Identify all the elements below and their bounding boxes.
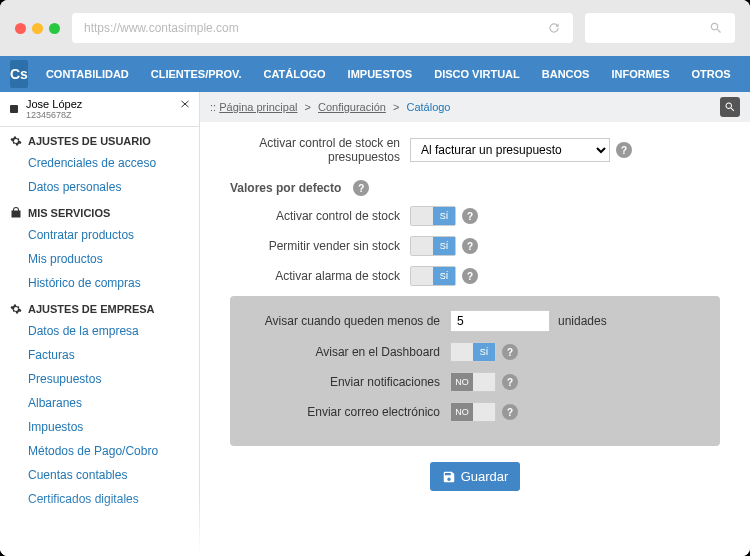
sidebar-item-historico[interactable]: Histórico de compras <box>0 271 199 295</box>
svg-rect-0 <box>10 105 18 113</box>
nav-impuestos[interactable]: IMPUESTOS <box>340 68 421 80</box>
label-avisar-dashboard: Avisar en el Dashboard <box>250 345 450 359</box>
browser-chrome: https://www.contasimple.com <box>0 0 750 56</box>
toggle-alarma-stock[interactable]: SÍ <box>410 266 456 286</box>
gear-icon <box>10 303 22 315</box>
sidebar-item-mis-productos[interactable]: Mis productos <box>0 247 199 271</box>
url-text: https://www.contasimple.com <box>84 21 239 35</box>
search-icon <box>709 21 723 35</box>
nav-bancos[interactable]: BANCOS <box>534 68 598 80</box>
sidebar-item-certificados[interactable]: Certificados digitales <box>0 487 199 511</box>
toggle-notificaciones[interactable]: NO <box>450 372 496 392</box>
input-threshold[interactable] <box>450 310 550 332</box>
top-navbar: Cs CONTABILIDAD CLIENTES/PROV. CATÁLOGO … <box>0 56 750 92</box>
help-icon[interactable]: ? <box>502 404 518 420</box>
units-label: unidades <box>558 314 607 328</box>
label-stock-presupuestos: Activar control de stock en presupuestos <box>230 136 410 164</box>
user-name: Jose López <box>26 98 191 110</box>
section-ajustes-usuario: AJUSTES DE USUARIO <box>0 127 199 151</box>
user-icon <box>8 103 20 115</box>
url-bar[interactable]: https://www.contasimple.com <box>72 13 573 43</box>
sidebar-item-contratar[interactable]: Contratar productos <box>0 223 199 247</box>
search-icon <box>724 101 736 113</box>
breadcrumb-config[interactable]: Configuración <box>318 101 386 113</box>
search-button[interactable] <box>720 97 740 117</box>
help-icon[interactable]: ? <box>502 344 518 360</box>
search-bar[interactable] <box>585 13 735 43</box>
alarm-settings-box: Avisar cuando queden menos de unidades A… <box>230 296 720 446</box>
help-icon[interactable]: ? <box>616 142 632 158</box>
user-id: 12345678Z <box>26 110 191 120</box>
nav-contabilidad[interactable]: CONTABILIDAD <box>38 68 137 80</box>
window-controls <box>15 23 60 34</box>
sidebar-item-datos-personales[interactable]: Datos personales <box>0 175 199 199</box>
breadcrumb: :: Página principal > Configuración > Ca… <box>200 92 750 122</box>
label-alarma-stock: Activar alarma de stock <box>230 269 410 283</box>
minimize-dot[interactable] <box>32 23 43 34</box>
toggle-dashboard[interactable]: SÍ <box>450 342 496 362</box>
section-ajustes-empresa: AJUSTES DE EMPRESA <box>0 295 199 319</box>
section-mis-servicios: MIS SERVICIOS <box>0 199 199 223</box>
label-notificaciones: Enviar notificaciones <box>250 375 450 389</box>
label-avisar-menos-de: Avisar cuando queden menos de <box>250 314 450 328</box>
sidebar: Jose López 12345678Z AJUSTES DE USUARIO … <box>0 92 200 556</box>
help-icon[interactable]: ? <box>353 180 369 196</box>
content: Activar control de stock en presupuestos… <box>200 122 750 556</box>
section-valores-defecto: Valores por defecto ? <box>230 180 720 196</box>
help-icon[interactable]: ? <box>462 238 478 254</box>
nav-disco[interactable]: DISCO VIRTUAL <box>426 68 528 80</box>
toggle-correo[interactable]: NO <box>450 402 496 422</box>
breadcrumb-home[interactable]: Página principal <box>219 101 297 113</box>
collapse-icon[interactable] <box>179 98 191 110</box>
sidebar-item-credenciales[interactable]: Credenciales de acceso <box>0 151 199 175</box>
sidebar-item-metodos-pago[interactable]: Métodos de Pago/Cobro <box>0 439 199 463</box>
nav-catalogo[interactable]: CATÁLOGO <box>255 68 333 80</box>
help-icon[interactable]: ? <box>502 374 518 390</box>
sidebar-item-facturas[interactable]: Facturas <box>0 343 199 367</box>
nav-informes[interactable]: INFORMES <box>603 68 677 80</box>
sidebar-item-albaranes[interactable]: Albaranes <box>0 391 199 415</box>
close-dot[interactable] <box>15 23 26 34</box>
logo[interactable]: Cs <box>10 60 28 88</box>
breadcrumb-current: Catálogo <box>406 101 450 113</box>
sidebar-item-impuestos[interactable]: Impuestos <box>0 415 199 439</box>
select-facturar-presupuesto[interactable]: Al facturar un presupuesto <box>410 138 610 162</box>
label-correo: Enviar correo electrónico <box>250 405 450 419</box>
toggle-vender-sin-stock[interactable]: SÍ <box>410 236 456 256</box>
nav-clientes[interactable]: CLIENTES/PROV. <box>143 68 250 80</box>
help-icon[interactable]: ? <box>462 268 478 284</box>
bag-icon <box>10 207 22 219</box>
toggle-activar-stock[interactable]: SÍ <box>410 206 456 226</box>
nav-otros[interactable]: OTROS <box>684 68 739 80</box>
user-box[interactable]: Jose López 12345678Z <box>0 92 199 127</box>
help-icon[interactable]: ? <box>462 208 478 224</box>
sidebar-item-cuentas[interactable]: Cuentas contables <box>0 463 199 487</box>
save-icon <box>442 470 456 484</box>
label-activar-stock: Activar control de stock <box>230 209 410 223</box>
refresh-icon[interactable] <box>547 21 561 35</box>
save-button[interactable]: Guardar <box>430 462 521 491</box>
sidebar-item-datos-empresa[interactable]: Datos de la empresa <box>0 319 199 343</box>
gear-icon <box>10 135 22 147</box>
label-vender-sin-stock: Permitir vender sin stock <box>230 239 410 253</box>
sidebar-item-presupuestos[interactable]: Presupuestos <box>0 367 199 391</box>
maximize-dot[interactable] <box>49 23 60 34</box>
